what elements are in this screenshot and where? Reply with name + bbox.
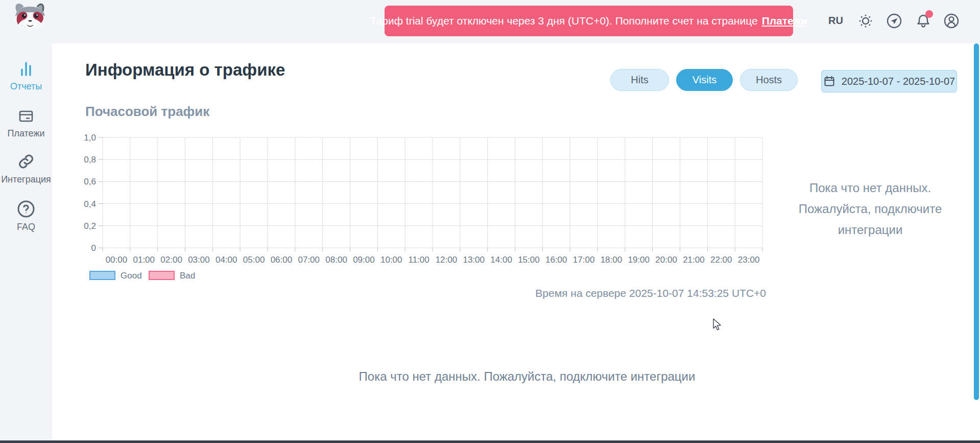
telegram-icon: [886, 13, 902, 29]
header: Тариф trial будет отключен через 3 дня (…: [0, 0, 980, 43]
page-title: Информация о трафике: [85, 60, 285, 80]
profile-icon: [943, 13, 960, 29]
section-title: Почасовой трафик: [85, 104, 209, 120]
trial-alert-banner: Тариф trial будет отключен через 3 дня (…: [385, 6, 793, 36]
svg-text:17:00: 17:00: [573, 255, 595, 265]
sidebar: Отчеты Платежи Интеграция FAQ: [0, 43, 52, 443]
sidebar-item-label: Платежи: [7, 128, 44, 139]
main-content: Информация о трафике Hits Visits Hosts 2…: [52, 43, 980, 443]
svg-text:23:00: 23:00: [738, 255, 760, 265]
chart-empty-message: Пока что нет данных. Пожалуйста, подключ…: [794, 177, 947, 240]
svg-text:04:00: 04:00: [216, 255, 237, 265]
svg-text:06:00: 06:00: [271, 255, 293, 265]
svg-text:15:00: 15:00: [518, 255, 540, 265]
tab-hosts[interactable]: Hosts: [740, 69, 798, 91]
sidebar-item-label: Интеграция: [1, 174, 51, 185]
server-time: Время на сервере 2025-10-07 14:53:25 UTC…: [535, 287, 766, 299]
svg-text:12:00: 12:00: [436, 255, 458, 265]
payments-link[interactable]: Платежи: [762, 15, 808, 27]
svg-text:05:00: 05:00: [243, 255, 265, 265]
tab-visits[interactable]: Visits: [676, 69, 733, 91]
date-range-picker[interactable]: 2025-10-07 - 2025-10-07: [821, 70, 957, 92]
bottom-bar: [0, 440, 980, 443]
credit-card-icon: [17, 107, 35, 125]
svg-text:1,0: 1,0: [84, 133, 96, 143]
notifications-button[interactable]: [915, 13, 931, 29]
svg-text:0,4: 0,4: [84, 199, 96, 209]
profile-button[interactable]: [943, 13, 960, 29]
chart-area: 1,00,80,60,40,2000:0001:0002:0003:0004:0…: [82, 133, 769, 286]
banner-text: Тариф trial будет отключен через 3 дня (…: [370, 15, 758, 27]
svg-text:0,8: 0,8: [84, 155, 96, 165]
svg-text:11:00: 11:00: [408, 255, 429, 265]
link-icon: [17, 152, 35, 171]
svg-text:22:00: 22:00: [710, 255, 732, 265]
svg-text:Bad: Bad: [180, 271, 195, 281]
svg-text:Good: Good: [121, 271, 142, 281]
vertical-scrollbar[interactable]: [974, 43, 979, 400]
svg-text:21:00: 21:00: [683, 255, 705, 265]
calendar-icon: [823, 75, 835, 87]
sidebar-item-faq[interactable]: FAQ: [0, 200, 52, 232]
sidebar-item-integration[interactable]: Интеграция: [0, 152, 52, 185]
svg-text:14:00: 14:00: [490, 255, 512, 265]
svg-text:08:00: 08:00: [325, 255, 347, 265]
svg-text:0,2: 0,2: [84, 221, 96, 231]
svg-text:19:00: 19:00: [628, 255, 650, 265]
sun-icon: [857, 13, 874, 29]
tab-hits[interactable]: Hits: [610, 69, 669, 91]
svg-text:09:00: 09:00: [353, 255, 375, 265]
question-icon: [17, 200, 35, 218]
svg-text:0: 0: [91, 243, 96, 253]
theme-toggle-button[interactable]: [857, 13, 874, 29]
traffic-metric-tabs: Hits Visits Hosts: [610, 69, 798, 91]
svg-text:10:00: 10:00: [380, 255, 402, 265]
sidebar-item-payments[interactable]: Платежи: [0, 107, 52, 139]
svg-text:03:00: 03:00: [188, 255, 210, 265]
sidebar-item-label: Отчеты: [10, 81, 42, 92]
app: Тариф trial будет отключен через 3 дня (…: [0, 0, 980, 443]
svg-text:13:00: 13:00: [463, 255, 485, 265]
notification-badge: [925, 10, 933, 18]
bar-chart-icon: [17, 60, 35, 78]
language-button[interactable]: RU: [828, 15, 843, 27]
sidebar-item-label: FAQ: [17, 222, 35, 232]
page-empty-message: Пока что нет данных. Пожалуйста, подключ…: [67, 369, 980, 384]
svg-text:00:00: 00:00: [106, 255, 128, 265]
raccoon-logo[interactable]: [10, 2, 50, 32]
hourly-traffic-chart: 1,00,80,60,40,2000:0001:0002:0003:0004:0…: [82, 133, 769, 286]
svg-text:07:00: 07:00: [298, 255, 320, 265]
sidebar-item-reports[interactable]: Отчеты: [0, 60, 52, 92]
date-range-label: 2025-10-07 - 2025-10-07: [842, 76, 955, 87]
svg-text:16:00: 16:00: [545, 255, 567, 265]
svg-text:20:00: 20:00: [655, 255, 677, 265]
svg-text:02:00: 02:00: [160, 255, 182, 265]
svg-text:0,6: 0,6: [84, 177, 96, 186]
svg-text:18:00: 18:00: [601, 255, 623, 265]
svg-text:01:00: 01:00: [133, 255, 155, 265]
telegram-button[interactable]: [886, 13, 902, 29]
